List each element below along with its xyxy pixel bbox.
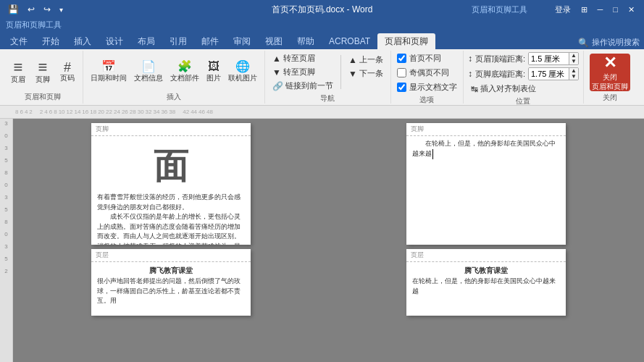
prev-icon: ▲ bbox=[348, 55, 357, 65]
online-picture-label: 联机图片 bbox=[228, 73, 257, 83]
header-button[interactable]: ≡ 页眉 bbox=[7, 58, 29, 85]
customize-icon[interactable]: ▾ bbox=[57, 5, 65, 14]
group-navigation: ▲转至页眉 ▼转至页脚 🔗链接到前一节 ▲上一条 ▼下一条 导航 bbox=[265, 51, 391, 104]
docinfo-button[interactable]: 📄 文档信息 bbox=[131, 58, 166, 85]
ribbon-context-row: 页眉和页脚工具 bbox=[0, 19, 644, 30]
footer-dist-input[interactable] bbox=[529, 68, 569, 80]
datetime-label: 日期和时间 bbox=[91, 73, 127, 83]
close-header-footer-label: 关闭页眉和页脚 bbox=[592, 72, 628, 91]
header-icon: ≡ bbox=[14, 59, 23, 75]
login-button[interactable]: 登录 bbox=[551, 3, 574, 17]
online-picture-button[interactable]: 🌐 联机图片 bbox=[225, 58, 260, 85]
page1-body[interactable]: 有着曹雪芹般世没落的经历，否则他更多的只会感觉到身边的朋友对自己都很好。 成长不… bbox=[91, 190, 251, 245]
tab-ref[interactable]: 引用 bbox=[162, 33, 194, 49]
docparts-button[interactable]: 🧩 文档部件 bbox=[167, 58, 202, 85]
page-number-button[interactable]: # 页码 bbox=[57, 59, 78, 84]
goto-header-icon: ▲ bbox=[272, 54, 281, 64]
page-column-1: 页脚 面 有着曹雪芹般世没落的经历，否则他更多的只会感觉到身边的朋友对自己都很好… bbox=[13, 119, 329, 362]
page1-footer-label: 页脚 bbox=[96, 125, 109, 134]
ribbon-panel: ≡ 页眉 ≡ 页脚 # 页码 页眉和页脚 📅 日期和时间 📄 文档信息 bbox=[0, 49, 644, 106]
tab-design[interactable]: 设计 bbox=[99, 33, 130, 49]
minimize-icon[interactable]: ─ bbox=[594, 4, 607, 15]
context-label: 页眉和页脚工具 bbox=[468, 3, 531, 17]
tab-header-footer[interactable]: 页眉和页脚 bbox=[377, 33, 435, 49]
tab-review[interactable]: 审阅 bbox=[226, 33, 258, 49]
header-dist-input[interactable] bbox=[529, 53, 569, 64]
tab-home[interactable]: 开始 bbox=[35, 33, 67, 49]
window-controls: 页眉和页脚工具 登录 ⊞ ─ □ ✕ bbox=[468, 3, 638, 17]
goto-footer-button[interactable]: ▼转至页脚 bbox=[269, 66, 336, 78]
docparts-label: 文档部件 bbox=[170, 73, 199, 83]
save-icon[interactable]: 💾 bbox=[6, 4, 21, 15]
tab-mail[interactable]: 邮件 bbox=[194, 33, 226, 49]
tab-file[interactable]: 文件 bbox=[3, 33, 35, 49]
footer-dist-icon: ↕ bbox=[468, 69, 472, 79]
header-top-dist-row: ↕ 页眉顶端距离: ▲ ▼ bbox=[468, 52, 579, 65]
ruler-mark-l5: 8 bbox=[4, 169, 7, 176]
header-dist-down[interactable]: ▼ bbox=[569, 59, 578, 64]
goto-footer-icon: ▼ bbox=[272, 67, 281, 77]
footer-icon: ≡ bbox=[38, 59, 48, 75]
ruler-mark-l11: 3 bbox=[4, 243, 7, 250]
diff-odd-even-checkbox[interactable]: 奇偶页不同 bbox=[396, 67, 451, 79]
ribbon-toggle-icon[interactable]: ⊞ bbox=[577, 4, 591, 16]
title-bar: 💾 ↩ ↪ ▾ 首页不加页码.docx - Word 页眉和页脚工具 登录 ⊞ … bbox=[0, 0, 644, 19]
group-close: ✕ 关闭页眉和页脚 关闭 bbox=[584, 51, 636, 104]
ruler-mark-l8: 5 bbox=[4, 206, 7, 213]
search-label[interactable]: 操作说明搜索 bbox=[592, 37, 640, 48]
page1b-footer[interactable]: 腾飞教育课堂 很小声地回答老师提出的问题，然后倒惯了气的玫球，一样痛固自己的乐性… bbox=[91, 262, 251, 308]
page-number-label: 页码 bbox=[60, 74, 75, 83]
left-ruler: 3 0 3 5 8 0 3 5 8 0 3 5 2 bbox=[0, 119, 13, 362]
page2b-header-label: 页层 bbox=[411, 251, 424, 260]
next-section-button[interactable]: ▼下一条 bbox=[346, 67, 386, 80]
picture-icon: 🖼 bbox=[208, 60, 219, 73]
footer-dist-spinner[interactable]: ▲ ▼ bbox=[528, 67, 579, 80]
tab-view[interactable]: 视图 bbox=[258, 33, 290, 49]
link-prev-button[interactable]: 🔗链接到前一节 bbox=[269, 80, 336, 92]
insert-tab-button[interactable]: ↹插入对齐制表位 bbox=[468, 83, 539, 95]
page-1-top: 页脚 面 有着曹雪芹般世没落的经历，否则他更多的只会感觉到身边的朋友对自己都很好… bbox=[91, 123, 251, 245]
group-insert: 📅 日期和时间 📄 文档信息 🧩 文档部件 🖼 图片 🌐 联机图片 插入 bbox=[83, 51, 265, 104]
diff-first-page-checkbox[interactable]: 首页不同 bbox=[396, 52, 443, 64]
page2-body[interactable]: 在轮椅上，但是，他的身影却在美国民众心中越来越 bbox=[406, 136, 566, 230]
page-1-bottom: 页层 腾飞教育课堂 很小声地回答老师提出的问题，然后倒惯了气的玫球，一样痛固自己… bbox=[91, 249, 251, 316]
page-2-top: 页脚 在轮椅上，但是，他的身影却在美国民众心中越来越 bbox=[406, 123, 566, 245]
docparts-icon: 🧩 bbox=[177, 59, 192, 73]
ruler-mark-l7: 3 bbox=[4, 194, 7, 201]
ruler-marks: 8 6 4 2 2 4 6 8 10 12 14 16 18 20 22 24 … bbox=[14, 109, 214, 115]
tab-acrobat[interactable]: ACROBAT bbox=[322, 33, 377, 49]
document-area: 3 0 3 5 8 0 3 5 8 0 3 5 2 页脚 面 有着曹雪芹般世没落… bbox=[0, 119, 644, 362]
page2b-footer[interactable]: 腾飞教育课堂 在轮椅上，但是，他的身影却在美国民众心中越来越 bbox=[406, 262, 566, 298]
tab-help[interactable]: 帮助 bbox=[290, 33, 322, 49]
footer-button[interactable]: ≡ 页脚 bbox=[32, 58, 54, 85]
tab-icon: ↹ bbox=[471, 84, 478, 94]
ruler-mark-l12: 5 bbox=[4, 256, 7, 262]
show-doc-text-checkbox[interactable]: 显示文档文字 bbox=[396, 81, 459, 93]
footer-dist-label: 页脚底端距离: bbox=[475, 69, 525, 80]
footer-dist-down[interactable]: ▼ bbox=[569, 74, 578, 80]
search-icon: 🔍 bbox=[578, 38, 589, 48]
prev-section-button[interactable]: ▲上一条 bbox=[346, 54, 386, 66]
ruler-mark-l3: 3 bbox=[4, 145, 7, 151]
maximize-icon[interactable]: □ bbox=[609, 4, 622, 15]
group-insert-label: 插入 bbox=[167, 92, 181, 102]
close-x-icon: ✕ bbox=[603, 54, 616, 72]
page1b-header-label: 页层 bbox=[96, 251, 109, 260]
tab-insert[interactable]: 插入 bbox=[67, 33, 99, 49]
header-dist-spinner[interactable]: ▲ ▼ bbox=[528, 52, 579, 65]
group-header-footer-label: 页眉和页脚 bbox=[25, 92, 61, 102]
ruler-mark-l6: 0 bbox=[4, 182, 7, 188]
close-window-icon[interactable]: ✕ bbox=[624, 4, 638, 16]
undo-icon[interactable]: ↩ bbox=[25, 4, 37, 15]
tab-layout[interactable]: 布局 bbox=[130, 33, 162, 49]
goto-header-button[interactable]: ▲转至页眉 bbox=[269, 52, 336, 64]
next-icon: ▼ bbox=[348, 69, 357, 79]
datetime-icon: 📅 bbox=[101, 59, 116, 73]
page2-footer-label: 页脚 bbox=[411, 125, 424, 134]
datetime-button[interactable]: 📅 日期和时间 bbox=[88, 58, 130, 85]
picture-button[interactable]: 🖼 图片 bbox=[204, 59, 224, 85]
close-header-footer-button[interactable]: ✕ 关闭页眉和页脚 bbox=[590, 54, 630, 91]
redo-icon[interactable]: ↪ bbox=[41, 4, 53, 15]
header-dist-label: 页眉顶端距离: bbox=[475, 54, 525, 64]
ruler-mark-l10: 0 bbox=[4, 231, 7, 237]
